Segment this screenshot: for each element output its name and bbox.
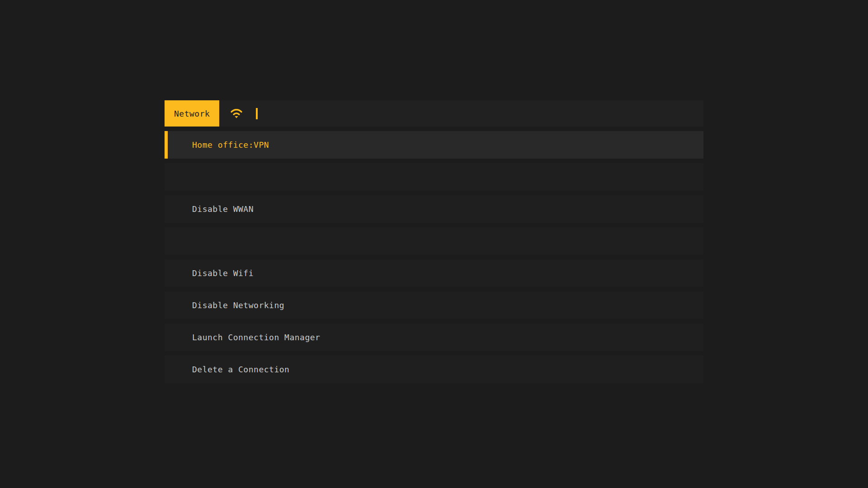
menu-item-label: Launch Connection Manager [192, 333, 320, 342]
wifi-icon [230, 108, 243, 119]
prompt-badge: Network [165, 100, 219, 127]
menu-item-disable-wwan[interactable]: Disable WWAN [165, 195, 703, 223]
menu-item-label: Home office:VPN [192, 140, 269, 150]
menu-item-launch-connection-manager[interactable]: Launch Connection Manager [165, 324, 703, 351]
menu-item-label: Delete a Connection [192, 365, 289, 374]
menu-item-blank-2[interactable] [165, 227, 703, 255]
search-input[interactable] [243, 100, 703, 127]
selection-indicator-bar [165, 131, 168, 159]
menu-item-blank-1[interactable] [165, 163, 703, 191]
menu-item-disable-wifi[interactable]: Disable Wifi [165, 259, 703, 287]
menu-item-label: Disable Wifi [192, 268, 254, 278]
text-cursor-caret [256, 108, 258, 119]
menu-item-delete-a-connection[interactable]: Delete a Connection [165, 356, 703, 383]
menu-item-home-office-vpn[interactable]: Home office:VPN [165, 131, 703, 159]
network-menu-window: Network Home office:VPN Disable WWAN Dis… [165, 100, 703, 383]
menu-item-label: Disable Networking [192, 300, 284, 310]
search-bar: Network [165, 100, 703, 127]
menu-item-disable-networking[interactable]: Disable Networking [165, 291, 703, 319]
menu-item-label: Disable WWAN [192, 204, 254, 214]
